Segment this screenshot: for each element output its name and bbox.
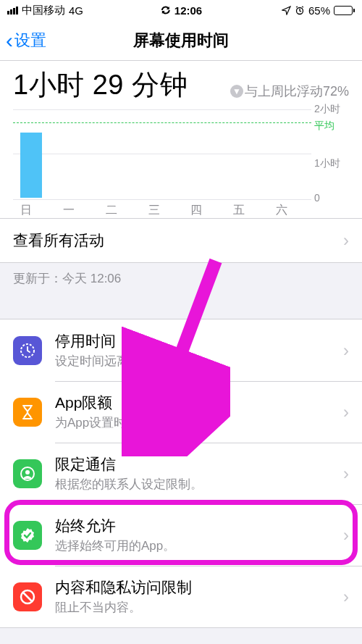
downtime-sub: 设定时间远离屏幕。 [55,353,343,369]
compare-label: ▼ 与上周比浮动72% [230,83,349,100]
no-entry-icon [13,582,42,611]
back-button[interactable]: ‹ 设置 [0,30,46,51]
sync-icon [160,5,172,15]
chevron-right-icon: › [343,587,349,607]
all-activity-row[interactable]: 查看所有活动 › [0,218,362,263]
chevron-right-icon: › [343,340,349,361]
network-label: 4G [69,4,83,17]
always-allowed-title: 始终允许 [55,516,343,536]
status-bar: 中国移动 4G 12:06 65% [0,0,362,20]
chevron-right-icon: › [343,464,349,484]
battery-pct: 65% [308,4,330,17]
chevron-right-icon: › [343,230,349,251]
ylabel-2h: 2小时 [314,103,349,116]
hourglass-icon [13,398,42,427]
location-icon [282,6,291,15]
status-left: 中国移动 4G [7,4,83,17]
all-activity-label: 查看所有活动 [13,230,343,251]
updated-label: 更新于：今天 12:06 [0,263,362,294]
status-center: 12:06 [160,4,202,17]
back-label: 设置 [14,30,46,51]
battery-icon [334,6,355,15]
chart-xaxis: 日 一 二 三 四 五 六 [13,199,311,218]
status-time: 12:06 [174,4,202,17]
always-allowed-row[interactable]: 始终允许 选择始终可用的App。 › [0,504,362,566]
ylabel-0: 0 [314,192,349,204]
communication-title: 限定通信 [55,454,343,474]
downtime-row[interactable]: 停用时间 设定时间远离屏幕。 › [0,319,362,381]
usage-summary: 1小时 29 分钟 ▼ 与上周比浮动72% 2小时 平均 1小时 0 日 一 二… [0,61,362,218]
chevron-left-icon: ‹ [6,30,13,51]
app-limits-title: App限额 [55,393,343,413]
content-privacy-title: 内容和隐私访问限制 [55,577,343,598]
app-limits-sub: 为App设置时间限额。 [55,414,343,431]
chevron-right-icon: › [343,402,349,422]
alarm-icon [295,5,305,15]
downtime-title: 停用时间 [55,331,343,351]
total-time: 1小时 29 分钟 [13,67,188,104]
carrier-label: 中国移动 [22,4,65,17]
chart-bar-sun [20,133,42,198]
check-badge-icon [13,521,42,550]
person-icon [13,459,42,488]
weekly-chart[interactable]: 2小时 平均 1小时 0 日 一 二 三 四 五 六 [13,109,349,218]
svg-point-3 [25,470,30,474]
communication-row[interactable]: 限定通信 根据您的联系人设定限制。 › [0,443,362,504]
ylabel-avg: 平均 [314,120,349,133]
content-privacy-sub: 阻止不当内容。 [55,599,343,616]
communication-sub: 根据您的联系人设定限制。 [55,476,343,493]
app-limits-row[interactable]: App限额 为App设置时间限额。 › [0,381,362,443]
downtime-icon [13,336,42,365]
content-privacy-row[interactable]: 内容和隐私访问限制 阻止不当内容。 › [0,566,362,628]
status-right: 65% [282,4,355,17]
signal-icon [7,7,18,14]
page-title: 屏幕使用时间 [133,30,229,51]
chevron-right-icon: › [343,525,349,545]
nav-bar: ‹ 设置 屏幕使用时间 [0,20,362,61]
always-allowed-sub: 选择始终可用的App。 [55,538,343,554]
down-arrow-icon: ▼ [230,85,243,98]
ylabel-1h: 1小时 [314,157,349,170]
